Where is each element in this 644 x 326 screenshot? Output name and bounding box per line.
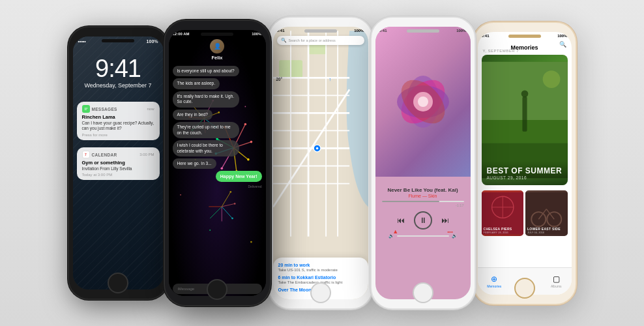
msg-battery: 100% — [252, 32, 261, 36]
calendar-app-icon: 7 — [82, 151, 90, 158]
thumb-1-text: CHELSEA PIERS FEBRUARY 28, 2016 — [484, 227, 522, 234]
more-icon[interactable]: ••• — [447, 229, 452, 235]
notif-footer-calendar: Today at 3:00 PM — [82, 173, 154, 177]
svg-point-0 — [83, 107, 88, 111]
thumb-2-date: JULY 04, 2016 — [527, 231, 566, 234]
music-controls: ⏮ ⏸ ⏭ — [382, 211, 464, 230]
notification-calendar[interactable]: 7 CALENDAR 3:00 PM Gym or something Invi… — [77, 147, 160, 180]
tab-memories[interactable]: ⊕ Memories — [487, 274, 501, 288]
message-input-placeholder: iMessage — [178, 287, 195, 291]
song-title: Never Be Like You (feat. Kai) — [382, 187, 464, 193]
music-progress-bar[interactable] — [382, 201, 464, 202]
svg-text:↑: ↑ — [329, 76, 331, 82]
photo-thumbnails: CHELSEA PIERS FEBRUARY 28, 2016 — [482, 190, 568, 236]
svg-point-74 — [521, 90, 528, 97]
main-memory-card[interactable]: BEST OF SUMMER AUGUST 29, 2016 — [482, 55, 568, 185]
memories-tab-label: Memories — [487, 284, 501, 288]
contact-name: Felix — [169, 55, 266, 61]
main-card-overlay: BEST OF SUMMER AUGUST 29, 2016 — [482, 161, 568, 185]
music-screen: 9:41 100% — [375, 27, 471, 299]
maps-status-bar: 9:41 100% — [277, 29, 364, 33]
phone-messages: 12:00 AM 100% 👤 Felix Is everyone still … — [164, 20, 271, 306]
search-icon[interactable]: 🔍 — [559, 41, 566, 48]
contact-avatar: 👤 — [210, 39, 224, 53]
messages-header: 👤 Felix — [169, 39, 266, 61]
music-album-art — [375, 27, 471, 177]
photos-status-bar: 9:41 100% — [482, 34, 568, 38]
artist-name: Flume — Skin — [382, 194, 464, 198]
notif-time-calendar: 3:00 PM — [139, 153, 154, 156]
notif-footer-messages: Press for more — [82, 133, 154, 137]
main-card-date: AUGUST 29, 2016 — [487, 175, 563, 180]
route-title-2: 6 min to Kokkari Estiatorio — [278, 275, 363, 280]
main-card-title: BEST OF SUMMER — [487, 166, 563, 175]
maps-time: 9:41 — [277, 29, 285, 33]
msg-time: 12:00 AM — [173, 32, 190, 36]
photos-time: 9:41 — [482, 34, 490, 38]
photo-thumb-2[interactable]: LOWER EAST SIDE JULY 04, 2016 — [525, 190, 568, 236]
route-item-1[interactable]: 20 min to work Take US-101 S, traffic is… — [278, 263, 363, 272]
memories-tab-icon: ⊕ — [491, 274, 497, 284]
messages-screen: 12:00 AM 100% 👤 Felix Is everyone still … — [169, 30, 266, 296]
shuffle-icon[interactable]: ⋯ — [420, 229, 426, 235]
music-time-display: -1:17 — [382, 203, 464, 207]
pause-button[interactable]: ⏸ — [414, 211, 432, 230]
signal-indicator: ••••• — [78, 39, 86, 44]
svg-rect-73 — [522, 96, 527, 132]
message-bubble: Is everyone still up and about? — [173, 66, 239, 76]
music-battery: 100% — [456, 29, 466, 33]
time-remaining: -1:17 — [456, 203, 464, 207]
messages-app-icon — [82, 105, 90, 113]
delivered-label: Delivered — [248, 185, 261, 188]
fast-forward-button[interactable]: ⏭ — [441, 216, 449, 225]
svg-text:20°: 20° — [276, 77, 282, 82]
tab-albums[interactable]: ▢ Albums — [551, 274, 562, 288]
message-bubble: Are they in bed? — [173, 110, 212, 120]
route-title-1: 20 min to work — [278, 263, 363, 267]
message-bubble: The kids are asleep. — [173, 78, 220, 89]
message-bubble: They're curled up next to me on the couc… — [173, 122, 240, 138]
notification-messages[interactable]: MESSAGES now Rinchen Lama Can I have you… — [77, 102, 160, 140]
notif-body-calendar: Invitation From Lilly Sevilla — [82, 166, 154, 171]
messages-status-bar: 12:00 AM 100% — [173, 32, 262, 36]
thumb-1-date: FEBRUARY 28, 2016 — [484, 231, 522, 234]
message-bubble: It's really hard to make it. Ugh. So cut… — [173, 91, 240, 108]
volume-bar[interactable] — [397, 235, 449, 237]
lockscreen-time: 9:41 — [73, 55, 164, 83]
message-bubble-me: Happy New Year! — [216, 171, 262, 182]
rewind-button[interactable]: ⏮ — [397, 216, 405, 225]
albums-tab-label: Albums — [551, 284, 562, 288]
phone-photos: 9:41 100% Memories 🔍 Y, SEPTEMBER 7 — [473, 22, 577, 305]
notif-app-name-messages: MESSAGES — [92, 107, 117, 111]
notif-title-messages: Rinchen Lama — [82, 114, 154, 120]
airplay-icon[interactable]: ▲ — [392, 228, 398, 235]
music-status-bar: 9:41 100% — [379, 29, 467, 33]
message-bubble: I wish I could be there to celebrate wit… — [173, 140, 240, 156]
maps-battery: 100% — [354, 29, 364, 33]
notif-app-name-calendar: CALENDAR — [92, 153, 117, 157]
maps-search-bar[interactable]: 🔍 Search for a place or address — [277, 36, 364, 45]
memories-date-label: Y, SEPTEMBER 7 — [483, 49, 566, 53]
albums-tab-icon: ▢ — [553, 274, 560, 284]
message-bubble: Here we go. In 3... — [173, 158, 216, 169]
photo-thumb-1[interactable]: CHELSEA PIERS FEBRUARY 28, 2016 — [482, 190, 524, 236]
progress-fill — [382, 201, 439, 202]
music-info: Never Be Like You (feat. Kai) Flume — Sk… — [375, 185, 471, 239]
notif-body-messages: Can I have your guac recipe? Actually, c… — [82, 121, 154, 132]
thumb-2-title: LOWER EAST SIDE — [527, 227, 566, 231]
thumb-2-text: LOWER EAST SIDE JULY 04, 2016 — [527, 227, 566, 234]
phone-lockscreen: ••••• 100% 9:41 Wednesday, September 7 — [68, 26, 169, 300]
svg-point-68 — [418, 96, 428, 107]
notif-time-messages: now — [147, 107, 154, 111]
route-desc-1: Take US-101 S, traffic is moderate — [278, 268, 363, 272]
messages-list: Is everyone still up and about? The kids… — [173, 66, 262, 282]
svg-point-60 — [315, 147, 318, 150]
phone-maps: ↑ 20° 9:41 100% 🔍 Search for a place or … — [268, 16, 373, 310]
phone-music: 9:41 100% — [370, 16, 476, 310]
lockscreen-screen: ••••• 100% 9:41 Wednesday, September 7 — [73, 37, 164, 289]
music-bottom-icons: ▲ ⋯ ••• — [375, 228, 471, 235]
battery-indicator: 100% — [147, 39, 158, 44]
messages-bubbles: Is everyone still up and about? The kids… — [173, 66, 262, 188]
maps-search-placeholder: Search for a place or address — [289, 38, 336, 42]
photos-screen: 9:41 100% Memories 🔍 Y, SEPTEMBER 7 — [478, 32, 572, 295]
